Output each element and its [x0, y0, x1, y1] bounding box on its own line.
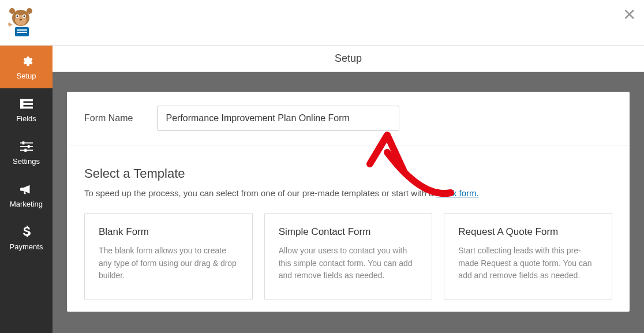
template-card-desc: Start collecting leads with this pre-mad…: [458, 245, 598, 282]
sidebar-item-label: Payments: [10, 242, 43, 251]
template-card-request-quote[interactable]: Request A Quote Form Start collecting le…: [444, 213, 612, 300]
list-icon: [20, 97, 33, 111]
page-title: Setup: [335, 53, 362, 65]
svg-rect-9: [17, 32, 27, 33]
svg-rect-20: [27, 145, 29, 148]
svg-rect-17: [20, 146, 33, 147]
topbar: ✕: [0, 0, 644, 46]
gear-icon: [20, 54, 33, 68]
svg-point-4: [17, 16, 18, 17]
sidebar-item-settings[interactable]: Settings: [0, 131, 53, 174]
template-card-title: Blank Form: [99, 226, 238, 238]
form-name-label: Form Name: [84, 113, 133, 124]
form-name-input[interactable]: [157, 106, 399, 131]
template-card-desc: The blank form allows you to create any …: [99, 245, 238, 282]
page-header: Setup: [53, 46, 644, 72]
sidebar-item-label: Fields: [16, 114, 36, 123]
svg-point-6: [20, 19, 22, 21]
svg-rect-16: [20, 142, 33, 143]
template-subheading-text: To speed up the process, you can select …: [84, 188, 436, 198]
sidebar-item-payments[interactable]: Payments: [0, 216, 53, 259]
sidebar: Setup Fields Settings Marketing Payments: [0, 46, 53, 333]
form-name-row: Form Name: [67, 92, 630, 145]
template-cards: Blank Form The blank form allows you to …: [84, 213, 612, 300]
template-card-simple-contact[interactable]: Simple Contact Form Allow your users to …: [264, 213, 433, 300]
svg-rect-21: [24, 148, 27, 151]
svg-rect-8: [17, 29, 27, 31]
sidebar-item-label: Setup: [17, 72, 36, 80]
setup-panel: Form Name Select a Template To speed up …: [67, 92, 630, 312]
close-icon[interactable]: ✕: [623, 7, 636, 23]
template-card-desc: Allow your users to contact you with thi…: [279, 245, 418, 282]
sidebar-item-label: Settings: [13, 157, 40, 166]
content-area: Setup Form Name Select a Template To spe…: [53, 46, 644, 333]
sidebar-item-marketing[interactable]: Marketing: [0, 174, 53, 216]
template-card-title: Request A Quote Form: [458, 226, 598, 238]
svg-rect-19: [22, 141, 24, 144]
main: Setup Fields Settings Marketing Payments: [0, 46, 644, 333]
svg-rect-15: [20, 99, 24, 108]
svg-point-5: [24, 16, 25, 17]
sidebar-item-setup[interactable]: Setup: [0, 46, 53, 88]
sidebar-item-fields[interactable]: Fields: [0, 88, 53, 131]
template-section: Select a Template To speed up the proces…: [67, 145, 630, 312]
sliders-icon: [20, 140, 33, 154]
app-logo: [7, 6, 35, 39]
dollar-icon: [20, 225, 33, 239]
blank-form-link[interactable]: blank form.: [436, 188, 478, 198]
template-subheading: To speed up the process, you can select …: [84, 188, 612, 198]
template-heading: Select a Template: [84, 166, 612, 181]
megaphone-icon: [20, 182, 33, 196]
svg-point-10: [9, 8, 15, 14]
svg-point-11: [27, 8, 32, 14]
template-card-title: Simple Contact Form: [279, 226, 418, 238]
template-card-blank[interactable]: Blank Form The blank form allows you to …: [84, 213, 253, 300]
sidebar-item-label: Marketing: [10, 200, 43, 208]
